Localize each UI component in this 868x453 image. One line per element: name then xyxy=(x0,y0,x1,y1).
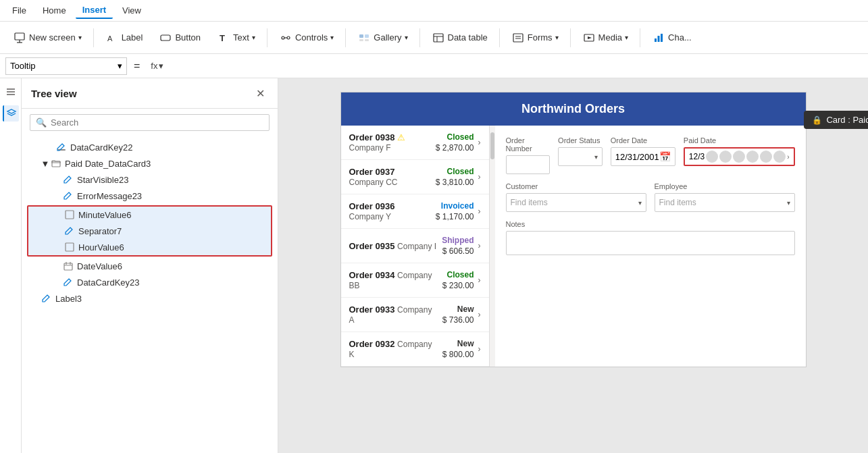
tree-item-starvisible23[interactable]: StarVisible23 xyxy=(22,171,278,188)
notes-input[interactable] xyxy=(506,231,795,255)
menu-file[interactable]: File xyxy=(5,3,33,18)
tree-item-separator7[interactable]: Separator7 xyxy=(28,223,271,239)
tree-item-datacardkey23[interactable]: DataCardKey23 xyxy=(22,274,278,290)
dropdown-chevron-icon: ▾ xyxy=(638,199,642,207)
button-button[interactable]: Button xyxy=(151,26,208,49)
order-item[interactable]: Order 0934 Company BB Closed $ 230.00 › xyxy=(341,263,489,298)
order-chevron-icon: › xyxy=(478,138,481,147)
order-status: Closed xyxy=(446,132,474,142)
svg-rect-13 xyxy=(434,34,443,42)
paid-date-field-container: Paid Date 12/3 xyxy=(684,136,795,174)
date-circle xyxy=(706,151,718,163)
tree-header: Tree view ✕ xyxy=(22,78,278,109)
order-item[interactable]: Order 0937 Company CC Closed $ 3,810.00 … xyxy=(341,160,489,194)
new-screen-button[interactable]: New screen ▾ xyxy=(5,26,89,49)
tree-panel: Tree view ✕ 🔍 DataCardKey22 ▼ Paid Date_… xyxy=(22,78,278,453)
order-chevron-icon: › xyxy=(478,310,481,319)
customer-dropdown[interactable]: Find items ▾ xyxy=(506,193,646,212)
tree-item-hourvalue6[interactable]: HourValue6 xyxy=(28,239,271,255)
tree-item-label: MinuteValue6 xyxy=(78,210,271,220)
order-date-value: 12/31/2001 xyxy=(615,152,659,162)
tree-item-label3[interactable]: Label3 xyxy=(22,290,278,307)
svg-marker-20 xyxy=(588,36,592,39)
order-item[interactable]: Order 0936 Company Y Invoiced $ 1,170.00… xyxy=(341,194,489,229)
order-chevron-icon: › xyxy=(478,275,481,285)
order-company: Company F xyxy=(349,143,391,153)
tree-item-label: Label3 xyxy=(55,294,278,304)
tree-expand-icon: ▼ xyxy=(41,159,50,169)
svg-point-7 xyxy=(287,36,290,39)
order-list: Order 0938 ⚠ Company F Closed $ 2,870.00… xyxy=(341,126,490,367)
svg-marker-27 xyxy=(7,109,16,113)
search-box: 🔍 xyxy=(30,114,270,131)
order-list-scrollbar[interactable] xyxy=(490,126,495,367)
gallery-chevron-icon: ▾ xyxy=(405,34,408,41)
order-status: Invoiced xyxy=(441,201,474,211)
employee-label: Employee xyxy=(655,182,795,190)
media-button[interactable]: Media ▾ xyxy=(575,26,636,49)
data-table-button[interactable]: Data table xyxy=(424,26,495,49)
order-chevron-icon: › xyxy=(478,207,481,216)
controls-button[interactable]: Controls ▾ xyxy=(272,26,341,49)
app-title: Northwind Orders xyxy=(341,92,806,126)
text-button[interactable]: T Text ▾ xyxy=(209,26,263,49)
tree-item-minutevalue6[interactable]: MinuteValue6 xyxy=(28,207,271,223)
gallery-button[interactable]: Gallery ▾ xyxy=(350,26,415,49)
forms-button[interactable]: Forms ▾ xyxy=(504,26,566,49)
order-id: Order 0936 xyxy=(349,201,395,211)
order-date-input[interactable]: 12/31/2001 📅 xyxy=(611,147,675,166)
order-item-info: Order 0936 Company Y xyxy=(349,201,432,221)
order-item[interactable]: Order 0932 Company K New $ 800.00 › xyxy=(341,332,489,367)
order-id: Order 0934 xyxy=(349,270,395,280)
order-id: Order 0935 xyxy=(349,241,395,251)
order-item-info: Order 0937 Company CC xyxy=(349,167,432,187)
tree-item-datevalue6[interactable]: DateValue6 xyxy=(22,258,278,274)
order-item[interactable]: Order 0935 Company I Shipped $ 606.50 › xyxy=(341,229,489,263)
toolbar-separator-1 xyxy=(93,28,94,47)
date-circle xyxy=(733,151,745,163)
chart-button[interactable]: Cha... xyxy=(644,26,699,49)
menu-home[interactable]: Home xyxy=(36,3,73,18)
order-status-dropdown[interactable]: ▾ xyxy=(558,147,603,166)
forms-icon xyxy=(511,31,525,45)
tree-item-errormessage23[interactable]: ErrorMessage23 xyxy=(22,188,278,204)
order-date-field: Order Date 12/31/2001 📅 xyxy=(611,136,675,174)
search-input[interactable] xyxy=(51,117,263,128)
hamburger-button[interactable] xyxy=(3,84,19,100)
label-button[interactable]: A Label xyxy=(98,26,151,49)
menu-view[interactable]: View xyxy=(116,3,148,18)
menu-insert[interactable]: Insert xyxy=(76,2,113,19)
svg-rect-9 xyxy=(359,34,363,38)
tree-title: Tree view xyxy=(31,88,77,99)
order-id: Order 0933 xyxy=(349,304,395,315)
customer-placeholder: Find items xyxy=(511,198,548,207)
tree-item-paiddate-datacard[interactable]: ▼ Paid Date_DataCard3 xyxy=(22,155,278,171)
employee-dropdown[interactable]: Find items ▾ xyxy=(655,193,795,212)
order-number-input[interactable] xyxy=(506,155,551,174)
formula-selector[interactable]: Tooltip ▾ xyxy=(5,57,127,75)
folder-icon xyxy=(50,157,62,169)
controls-icon xyxy=(279,31,292,45)
tree-item-datacardkey22[interactable]: DataCardKey22 xyxy=(22,139,278,155)
layers-button[interactable] xyxy=(3,105,19,122)
order-item[interactable]: Order 0938 ⚠ Company F Closed $ 2,870.00… xyxy=(341,126,489,160)
paid-date-value: 12/3 xyxy=(689,152,705,161)
warning-icon: ⚠ xyxy=(397,132,405,142)
order-item-info: Order 0935 Company I xyxy=(349,241,438,251)
lock-icon: 🔒 xyxy=(812,115,822,125)
tree-close-button[interactable]: ✕ xyxy=(252,85,268,101)
form-row-2: Customer Find items ▾ Employee Find item… xyxy=(506,182,795,212)
paid-date-input[interactable]: 12/3 › xyxy=(684,147,795,166)
employee-field: Employee Find items ▾ xyxy=(655,182,795,212)
menu-bar: File Home Insert View xyxy=(0,0,868,22)
order-item[interactable]: Order 0933 Company A New $ 736.00 › xyxy=(341,298,489,332)
svg-rect-30 xyxy=(66,211,74,219)
formula-fx-area[interactable]: fx ▾ xyxy=(147,61,168,71)
text-label: Text xyxy=(233,32,249,43)
media-chevron-icon: ▾ xyxy=(625,34,628,41)
gallery-label: Gallery xyxy=(374,32,401,43)
tree-item-label: Separator7 xyxy=(78,226,271,236)
forms-label: Forms xyxy=(528,32,553,43)
order-chevron-icon: › xyxy=(478,241,481,250)
text-icon: T xyxy=(217,31,230,45)
